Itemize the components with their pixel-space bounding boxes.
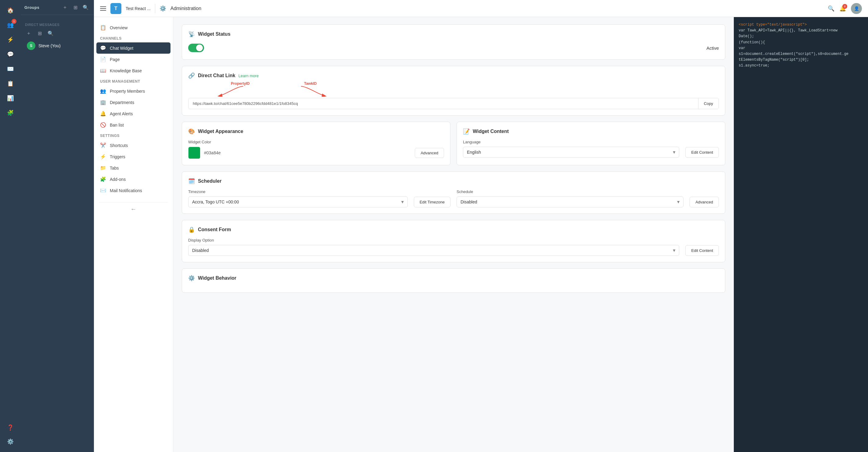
collapse-nav-icon[interactable]: ← — [130, 206, 136, 213]
nav-item-chat-widget-label: Chat Widget — [110, 46, 133, 51]
user-avatar-header[interactable]: 👤 — [851, 3, 862, 14]
tawk-id-arrow — [295, 86, 332, 97]
status-text: Active — [706, 46, 719, 51]
nav-item-chat-widget[interactable]: 💬 Chat Widget — [96, 42, 170, 54]
widget-content-title: Widget Content — [473, 129, 509, 134]
consent-form-header: 🔒 Consent Form — [188, 226, 719, 233]
nav-item-property-members-label: Property Members — [110, 89, 145, 94]
schedule-select[interactable]: Disabled Enabled — [457, 197, 683, 207]
main-area: T Test React ... ⚙️ Administration 🔍 🔔 8… — [94, 0, 868, 452]
widget-behavior-title: Widget Behavior — [198, 275, 236, 281]
nav-item-mail-notifications-label: Mail Notifications — [110, 188, 142, 193]
consent-form-title: Consent Form — [198, 227, 231, 233]
consent-edit-content-button[interactable]: Edit Content — [685, 245, 719, 256]
toggle-knob — [196, 44, 203, 51]
help-icon[interactable]: ❓ — [4, 421, 17, 434]
status-row: Active — [188, 42, 719, 53]
chat-icon[interactable]: 💬 — [4, 48, 17, 61]
code-line-3: Date(); — [739, 34, 863, 39]
color-hex-text: #03a84e — [204, 150, 221, 155]
menu-toggle[interactable] — [100, 6, 106, 11]
header-right-icons: 🔍 🔔 8 👤 — [828, 3, 862, 14]
display-option-select[interactable]: Disabled Enabled — [188, 245, 679, 256]
chart-icon[interactable]: 📊 — [4, 91, 17, 105]
consent-icon: 🔒 — [188, 226, 195, 233]
mail-notifications-icon: ✉️ — [100, 187, 106, 193]
color-swatch[interactable] — [188, 147, 200, 159]
dm-top-bar: ＋ ⊞ 🔍 — [21, 28, 94, 39]
nav-item-page[interactable]: 📄 Page — [94, 54, 173, 65]
add-group-icon[interactable]: ＋ — [61, 3, 69, 11]
widget-color-label: Widget Color — [188, 140, 444, 144]
notification-bell-wrapper[interactable]: 🔔 8 — [839, 5, 846, 12]
nav-item-ban-list[interactable]: 🚫 Ban list — [94, 119, 173, 130]
content-icon: 📝 — [463, 128, 470, 135]
widget-content-section: 📝 Widget Content Language English French… — [457, 122, 725, 165]
language-select[interactable]: English French Spanish — [463, 147, 679, 158]
header-search-icon[interactable]: 🔍 — [828, 5, 834, 12]
widget-behavior-section: ⚙️ Widget Behavior — [182, 268, 725, 293]
home-icon[interactable]: 🏠 — [4, 4, 17, 17]
dm-search-icon[interactable]: 🔍 — [46, 29, 55, 37]
nav-item-triggers-label: Triggers — [110, 154, 125, 159]
sidebar-left: 🏠 👥 1 ⚡ 💬 ✉️ 📋 📊 🧩 ❓ ⚙️ — [0, 0, 21, 452]
link-row: https://tawk.to/chat/61cee5e780b2296cfdd… — [188, 98, 719, 109]
nav-item-knowledge-base[interactable]: 📖 Knowledge Base — [94, 65, 173, 76]
nav-panel: 📋 Overview Channels 💬 Chat Widget 📄 Page… — [94, 17, 173, 452]
nav-item-agent-alerts[interactable]: 🔔 Agent Alerts — [94, 108, 173, 119]
widget-color-advanced-button[interactable]: Advanced — [415, 148, 444, 158]
widget-content-header: 📝 Widget Content — [463, 128, 719, 135]
property-members-icon: 👥 — [100, 88, 106, 94]
scheduler-icon: 🗓️ — [188, 178, 195, 184]
nav-item-property-members[interactable]: 👥 Property Members — [94, 85, 173, 97]
puzzle-icon[interactable]: 🧩 — [4, 106, 17, 120]
schedule-advanced-button[interactable]: Advanced — [689, 197, 719, 207]
edit-content-button[interactable]: Edit Content — [685, 147, 719, 158]
nav-item-tabs[interactable]: 📁 Tabs — [94, 162, 173, 174]
timezone-col: Timezone Accra, Togo UTC +00:00 ▼ Edit T… — [188, 189, 451, 207]
nav-item-mail-notifications[interactable]: ✉️ Mail Notifications — [94, 185, 173, 196]
copy-button[interactable]: Copy — [698, 98, 718, 109]
schedule-col: Schedule Disabled Enabled ▼ Advanced — [457, 189, 719, 207]
mail-icon[interactable]: ✉️ — [4, 62, 17, 76]
widget-behavior-header: ⚙️ Widget Behavior — [188, 275, 719, 281]
group-actions-icon[interactable]: ⊞ — [71, 3, 80, 11]
edit-timezone-button[interactable]: Edit Timezone — [414, 197, 451, 207]
nav-item-triggers[interactable]: ⚡ Triggers — [94, 151, 173, 162]
widget-toggle[interactable] — [188, 43, 204, 52]
widget-status-header: 📡 Widget Status — [188, 31, 719, 37]
code-line-1: <script type="text/javascript"> — [739, 22, 863, 28]
widget-appearance-section: 🎨 Widget Appearance Widget Color #03a84e… — [182, 122, 451, 165]
ban-list-icon: 🚫 — [100, 122, 106, 128]
add-dm-icon[interactable]: ＋ — [24, 29, 33, 37]
workspace-badge: T — [111, 3, 121, 14]
grid-icon[interactable]: 📋 — [4, 77, 17, 90]
dm-grid-icon[interactable]: ⊞ — [35, 29, 44, 37]
link-icon: 🔗 — [188, 72, 195, 79]
direct-link-header: 🔗 Direct Chat Link Learn more — [188, 72, 719, 79]
nav-item-add-ons[interactable]: 🧩 Add-ons — [94, 174, 173, 185]
learn-more-link[interactable]: Learn more — [239, 73, 259, 78]
search-group-icon[interactable]: 🔍 — [82, 3, 90, 11]
user-item-steve[interactable]: S Steve (You) — [23, 39, 92, 53]
timezone-label: Timezone — [188, 189, 451, 194]
scheduler-header: 🗓️ Scheduler — [188, 178, 719, 184]
notification-badge: 1 — [11, 19, 17, 24]
timezone-select[interactable]: Accra, Togo UTC +00:00 — [188, 197, 408, 207]
filter-icon[interactable]: ⚡ — [4, 33, 17, 47]
knowledge-base-icon: 📖 — [100, 68, 106, 73]
nav-item-departments[interactable]: 🏢 Departments — [94, 97, 173, 108]
widget-status-icon: 📡 — [188, 31, 195, 37]
widget-status-section: 📡 Widget Status Active — [182, 24, 725, 60]
language-select-wrap: English French Spanish ▼ — [463, 147, 679, 158]
nav-item-overview[interactable]: 📋 Overview — [94, 22, 173, 33]
settings-icon[interactable]: ⚙️ — [4, 435, 17, 448]
nav-item-shortcuts[interactable]: ✂️ Shortcuts — [94, 140, 173, 151]
sidebar-second: Groups ＋ ⊞ 🔍 Direct Messages ＋ ⊞ 🔍 S Ste… — [21, 0, 94, 452]
code-panel: <script type="text/javascript"> var Tawk… — [734, 17, 868, 452]
display-select-wrap: Disabled Enabled ▼ — [188, 245, 679, 256]
settings-section-title: Settings — [94, 130, 173, 140]
annotation-area: PropertyID TawkID — [188, 82, 719, 97]
user-management-section-title: User Management — [94, 76, 173, 85]
groups-icon[interactable]: 👥 1 — [4, 18, 17, 32]
